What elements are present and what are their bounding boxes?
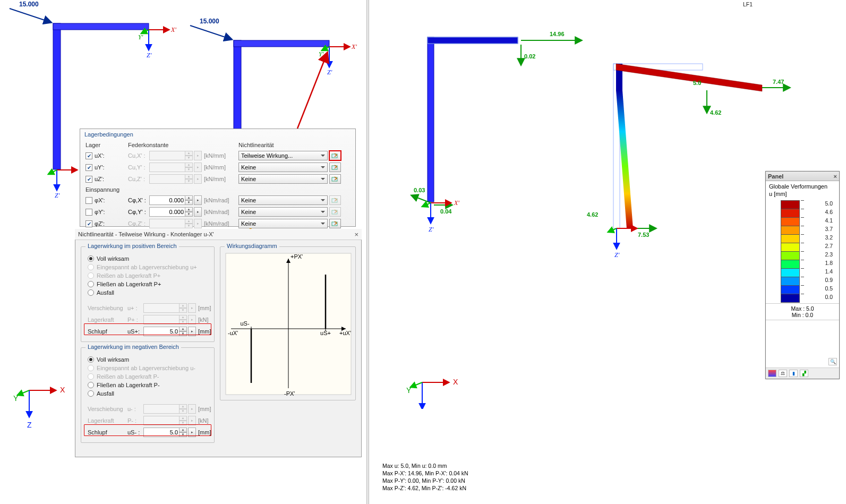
callout-arrow-red — [297, 53, 327, 129]
edit-nonlinearity-φX'[interactable] — [329, 195, 341, 205]
edit-nonlinearity-φY'[interactable] — [329, 207, 341, 217]
radio-fliessen-pos[interactable]: Fließen ab Lagerkraft P+ — [88, 280, 161, 288]
svg-text:Z': Z' — [147, 52, 152, 59]
svg-text:X': X' — [454, 199, 459, 207]
svg-text:-uX': -uX' — [228, 330, 238, 336]
panel-title-bar[interactable]: Panel× — [766, 172, 839, 181]
svg-rect-0 — [53, 23, 61, 169]
zoom-icon[interactable]: 🔍 — [828, 358, 837, 365]
nonlinearity-combo-φX'[interactable]: Keine — [238, 195, 328, 205]
close-icon[interactable]: × — [834, 173, 837, 180]
svg-line-21 — [190, 25, 232, 39]
svg-text:Z': Z' — [614, 251, 620, 259]
slip-pos-row[interactable]: SchlupfuS+:5.0▲▼▸[mm] — [88, 327, 211, 336]
svg-rect-14 — [234, 40, 329, 47]
slip-neg-input[interactable]: 5.0 — [143, 428, 180, 437]
svg-text:0.03: 0.03 — [414, 187, 425, 193]
svg-text:Z: Z — [27, 421, 32, 429]
svg-text:Y': Y' — [138, 33, 143, 41]
radio-fliessen-neg[interactable]: Fließen ab Lagerkraft P- — [88, 381, 160, 389]
svg-text:7.47: 7.47 — [773, 79, 784, 85]
color-legend: 5.04.64.13.73.22.72.31.81.40.90.50.0 — [769, 200, 836, 302]
graph-icon[interactable]: ▞ — [800, 370, 808, 377]
radio-eingespannt-pos[interactable]: Eingespannt ab Lagerverschiebung u+ — [88, 263, 197, 271]
section-icon[interactable]: ▮ — [789, 370, 798, 377]
nonlinearity-combo-φZ'[interactable]: Keine — [238, 219, 328, 228]
svg-rect-1 — [53, 23, 149, 30]
radio-reissen-pos[interactable]: Reißen ab Lagerkraft P+ — [88, 271, 160, 280]
svg-text:0.02: 0.02 — [524, 53, 535, 59]
svg-text:14.96: 14.96 — [550, 31, 565, 37]
svg-line-24 — [18, 390, 29, 395]
result-statistics: Max u: 5.0, Min u: 0.0 mm Max P-X': 14.9… — [382, 462, 468, 492]
svg-line-78 — [608, 228, 617, 232]
effect-diagram: +PX' -PX' uS- uS+ +uX' -uX' — [221, 249, 355, 399]
svg-text:4.62: 4.62 — [710, 109, 721, 116]
svg-line-82 — [411, 382, 422, 387]
svg-text:+uX': +uX' — [339, 330, 351, 336]
results-panel[interactable]: Panel× Globale Verformungen u [mm] 5.04.… — [765, 171, 840, 379]
svg-text:Z': Z' — [327, 69, 332, 76]
svg-text:7.53: 7.53 — [638, 232, 649, 238]
svg-rect-50 — [428, 37, 518, 44]
radio-eingespannt-neg[interactable]: Eingespannt ab Lagerverschiebung u- — [88, 364, 195, 372]
svg-line-62 — [422, 203, 431, 207]
nonlinearity-combo-φY'[interactable]: Keine — [238, 207, 328, 217]
svg-line-8 — [10, 8, 51, 22]
nonlinearity-dialog-title: Nichtlinearität - Teilweise Wirkung - Kn… — [75, 229, 362, 240]
svg-text:X': X' — [170, 26, 176, 33]
svg-text:-PX': -PX' — [284, 390, 295, 397]
svg-line-11 — [48, 170, 57, 174]
radio-reissen-neg[interactable]: Reißen ab Lagerkraft P- — [88, 372, 159, 381]
colormap-icon[interactable] — [768, 370, 776, 377]
svg-line-4 — [141, 30, 149, 33]
svg-text:Y: Y — [406, 386, 412, 395]
slip-pos-input[interactable]: 5.0 — [143, 327, 180, 336]
load-label-1: 15.000 — [19, 1, 39, 8]
radio-ausfall-pos[interactable]: Ausfall — [88, 288, 114, 297]
svg-text:5.0: 5.0 — [693, 80, 701, 86]
radio-voll-wirksam-neg[interactable]: Voll wirksam — [88, 355, 129, 364]
load-label-2: 15.000 — [200, 18, 219, 25]
checkbox-φX'[interactable] — [86, 197, 92, 204]
svg-text:+PX': +PX' — [290, 253, 303, 260]
svg-text:uS+: uS+ — [320, 330, 331, 336]
svg-line-17 — [322, 47, 329, 50]
edit-nonlinearity-φZ'[interactable] — [329, 219, 341, 228]
svg-text:0.04: 0.04 — [440, 208, 452, 215]
svg-text:4.62: 4.62 — [587, 211, 598, 218]
scale-icon[interactable]: ⚖ — [779, 370, 787, 377]
global-axes-left: X Y Z — [8, 372, 72, 435]
spring-input-φY'[interactable]: 0.000 — [149, 207, 185, 217]
radio-ausfall-neg[interactable]: Ausfall — [88, 389, 114, 398]
svg-rect-49 — [428, 37, 434, 202]
radio-voll-wirksam-pos[interactable]: Voll wirksam — [88, 254, 129, 263]
svg-text:Y': Y' — [319, 50, 324, 58]
svg-text:X: X — [453, 378, 458, 386]
close-icon[interactable]: × — [354, 230, 358, 238]
slip-neg-row[interactable]: SchlupfuS- :5.0▲▼▸[mm] — [88, 428, 211, 437]
nonlinearity-dialog: Lagerwirkung im positiven Bereich Voll w… — [75, 240, 362, 457]
spring-input-φX'[interactable]: 0.000 — [149, 195, 185, 205]
spring-input-φZ' — [149, 219, 185, 228]
svg-text:Y: Y — [13, 394, 19, 403]
svg-text:Z': Z' — [55, 192, 60, 199]
svg-text:uS-: uS- — [240, 320, 249, 327]
checkbox-φZ'[interactable]: ✔ — [86, 220, 92, 227]
svg-text:X': X' — [351, 43, 357, 50]
svg-text:Z': Z' — [429, 226, 434, 233]
svg-text:X: X — [60, 386, 65, 394]
checkbox-φY'[interactable] — [86, 209, 92, 216]
support-conditions-dialog: Lagerbedingungen Lager Federkonstante Ni… — [80, 129, 356, 227]
